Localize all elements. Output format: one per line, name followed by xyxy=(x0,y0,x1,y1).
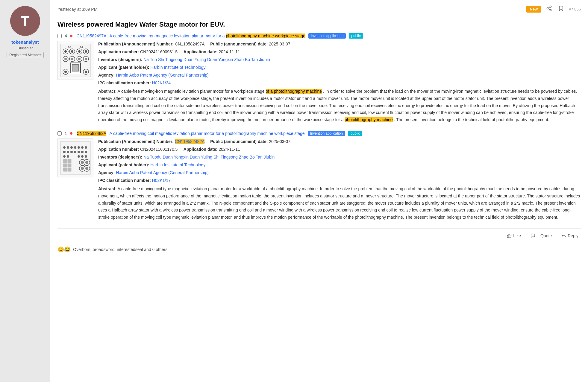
reaction-emojis: 😊😂 xyxy=(57,246,71,253)
svg-point-34 xyxy=(74,146,76,149)
pub-date-value-2: 2025-03-07 xyxy=(269,139,290,144)
patent-id-link-2[interactable]: CN119582482A xyxy=(77,131,107,136)
svg-point-19 xyxy=(71,58,73,60)
pub-date-label-1: Public (announcement) date: xyxy=(210,42,268,46)
post-title: Wireless powered Maglev Wafer Stage moto… xyxy=(57,21,581,28)
svg-point-27 xyxy=(64,71,67,73)
post-number: #7,666 xyxy=(569,7,581,11)
inventors-label-1: Inventors (designers): xyxy=(98,57,142,62)
inventors-link-2[interactable]: Na Tuodu Duan Yongxin Duan Yujing Shi Ti… xyxy=(143,155,275,159)
svg-point-49 xyxy=(85,155,87,158)
share-icon xyxy=(546,5,552,11)
patent-body-2: Publication (Announcement) Number: CN119… xyxy=(57,139,581,221)
ipc-link-1[interactable]: H02K1/34 xyxy=(152,80,171,85)
abstract-label-1: Abstract: xyxy=(98,89,116,94)
svg-rect-63 xyxy=(68,168,71,171)
svg-rect-58 xyxy=(63,159,67,163)
applicant-row-2: Applicant (patent holder): Harbin Instit… xyxy=(98,162,581,168)
patent-entry-1: 4 CN119582497A A cable-free moving iron … xyxy=(57,33,581,124)
app-date-label-2: Application date: xyxy=(184,147,218,152)
share-button[interactable] xyxy=(545,5,553,13)
user-rank: Brigadier xyxy=(17,46,33,50)
svg-text:1-2: 1-2 xyxy=(80,46,84,48)
patent-title-link-1[interactable]: A cable-free moving iron magnetic levita… xyxy=(109,34,305,38)
svg-point-11 xyxy=(71,50,73,53)
svg-point-41 xyxy=(74,151,76,153)
inventors-label-2: Inventors (designers): xyxy=(98,155,142,159)
svg-point-2 xyxy=(550,9,551,11)
pub-number-value-1: CN119582497A xyxy=(175,42,204,46)
patent-checkbox-2[interactable] xyxy=(57,131,62,136)
avatar: T xyxy=(10,6,40,36)
applicant-link-2[interactable]: Harbin Institute of Technology xyxy=(150,162,205,167)
app-number-label-2: Application number: xyxy=(98,147,139,152)
pub-number-value-2[interactable]: CN119582482A xyxy=(175,139,204,144)
applicant-link-1[interactable]: Harbin Institute of Technology xyxy=(150,65,205,70)
pub-number-label-1: Publication (Announcement) Number: xyxy=(98,42,174,46)
abstract-highlight-1b: photolithography machine xyxy=(345,117,392,122)
bookmark-icon xyxy=(558,5,564,11)
svg-point-53 xyxy=(85,161,88,164)
ipc-row-2: IPC classification number: H02K1/17 xyxy=(98,177,581,184)
svg-point-37 xyxy=(85,146,87,149)
agency-row-2: Agency: Harbin Aobo Patent Agency (Gener… xyxy=(98,170,581,176)
svg-point-39 xyxy=(67,151,69,153)
agency-row-1: Agency: Harbin Aobo Patent Agency (Gener… xyxy=(98,72,581,78)
svg-point-46 xyxy=(67,155,69,158)
svg-point-43 xyxy=(81,151,84,153)
patent-body-1: 1-1 1-2 xyxy=(57,41,581,124)
svg-point-47 xyxy=(78,155,80,158)
patent-drawing-1: 1-1 1-2 xyxy=(59,42,92,78)
svg-line-3 xyxy=(548,9,550,10)
like-button[interactable]: Like xyxy=(504,232,523,239)
patent-tag-invention-2: Invention application xyxy=(308,131,345,136)
patent-details-2: Publication (Announcement) Number: CN119… xyxy=(98,139,581,221)
ipc-label-2: IPC classification number: xyxy=(98,178,151,183)
svg-rect-25 xyxy=(72,65,79,71)
app-date-value-2: 2024-11-11 xyxy=(219,147,240,152)
username[interactable]: tokenanalyst xyxy=(11,39,39,45)
agency-link-2[interactable]: Harbin Aobo Patent Agency (General Partn… xyxy=(116,170,209,175)
bookmark-button[interactable] xyxy=(557,5,565,13)
sidebar: T tokenanalyst Brigadier Registered Memb… xyxy=(0,0,50,382)
inventors-link-1[interactable]: Na Tuo Shi Tingsong Duan Yujing Duan Yon… xyxy=(143,57,270,62)
agency-link-1[interactable]: Harbin Aobo Patent Agency (General Partn… xyxy=(116,73,209,77)
patent-tag-invention-1: Invention application xyxy=(308,33,346,39)
patent-id-link-1[interactable]: CN119582497A xyxy=(77,34,107,38)
patent-entry-2: 1 CN119582482A A cable-free moving coil … xyxy=(57,131,581,221)
reply-button[interactable]: Reply xyxy=(559,232,581,239)
top-bar: Yesterday at 3:09 PM New #7,666 xyxy=(57,5,581,16)
ipc-link-2[interactable]: H02K1/17 xyxy=(152,178,171,183)
pub-number-label-2: Publication (Announcement) Number: xyxy=(98,139,174,144)
patent-title-link-2[interactable]: A cable-free moving coil magnetic levita… xyxy=(109,131,304,136)
agency-label-1: Agency: xyxy=(98,73,115,77)
inventors-row-1: Inventors (designers): Na Tuo Shi Tingso… xyxy=(98,57,581,63)
svg-point-9 xyxy=(64,50,67,53)
pub-number-row-2: Publication (Announcement) Number: CN119… xyxy=(98,139,581,145)
patent-title-highlight-1: photolithography machine workpiece stage xyxy=(226,34,305,38)
bottom-actions: Like + Quote Reply xyxy=(57,228,581,243)
svg-point-48 xyxy=(81,155,84,158)
svg-point-32 xyxy=(67,146,69,149)
app-date-label-1: Application date: xyxy=(184,49,218,54)
like-label: Like xyxy=(513,233,521,238)
svg-rect-59 xyxy=(68,159,71,163)
patent-image-2 xyxy=(57,139,93,177)
svg-point-15 xyxy=(85,50,87,53)
patent-checkbox-1[interactable] xyxy=(57,34,62,38)
patent-title-1: A cable-free moving iron magnetic levita… xyxy=(109,34,305,38)
svg-point-23 xyxy=(85,58,87,60)
abstract-1: Abstract: A cable-free moving-iron magne… xyxy=(98,88,581,124)
applicant-label-1: Applicant (patent holder): xyxy=(98,65,149,70)
abstract-highlight-1a: of a photolithography machine xyxy=(266,89,322,94)
inventors-row-2: Inventors (designers): Na Tuodu Duan Yon… xyxy=(98,154,581,160)
svg-point-36 xyxy=(81,146,84,149)
patent-tag-public-1: public xyxy=(349,33,363,39)
patent-image-1: 1-1 1-2 xyxy=(57,41,93,80)
svg-point-21 xyxy=(78,58,81,60)
abstract-2: Abstract: A cable-free moving coil type … xyxy=(98,185,581,221)
quote-button[interactable]: + Quote xyxy=(528,232,554,239)
ipc-label-1: IPC classification number: xyxy=(98,80,151,85)
pub-number-row-1: Publication (Announcement) Number: CN119… xyxy=(98,41,581,47)
svg-point-45 xyxy=(63,155,66,158)
